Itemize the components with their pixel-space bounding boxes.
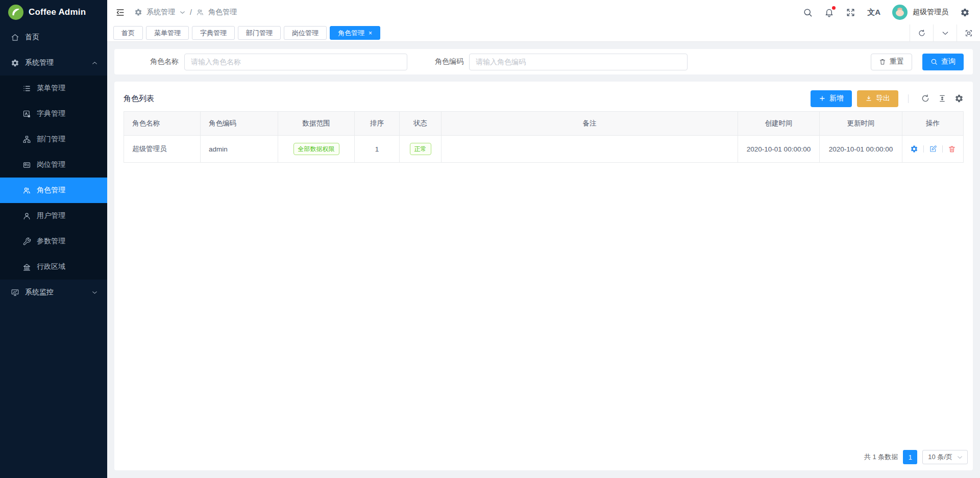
add-button[interactable]: 新增 — [811, 90, 852, 107]
avatar — [892, 5, 908, 20]
sidebar-item-dict-management[interactable]: 字典管理 — [0, 101, 107, 127]
role-table: 角色名称 角色编码 数据范围 排序 状态 备注 创建时间 更新时间 操作 — [124, 111, 964, 163]
col-data-scope: 数据范围 — [278, 112, 355, 136]
dictionary-icon — [22, 110, 31, 118]
column-settings-gear-icon[interactable] — [954, 94, 964, 103]
breadcrumb-section[interactable]: 系统管理 — [146, 8, 175, 17]
tab-tools — [910, 24, 980, 42]
sidebar-item-param-management[interactable]: 参数管理 — [0, 229, 107, 254]
density-icon[interactable] — [938, 94, 947, 103]
translate-icon[interactable]: 文A — [867, 8, 880, 17]
top-header: 系统管理 / 角色管理 文A 超级管理员 — [107, 0, 980, 24]
refresh-icon[interactable] — [921, 94, 930, 103]
col-role-name: 角色名称 — [124, 112, 201, 136]
sidebar-item-menu-management[interactable]: 菜单管理 — [0, 76, 107, 101]
page-size-value: 10 条/页 — [928, 452, 952, 462]
row-permission-gear-icon[interactable] — [910, 145, 918, 153]
notification-badge — [832, 6, 836, 10]
tab-label: 角色管理 — [338, 29, 364, 38]
monitor-icon — [11, 288, 19, 297]
delete-trash-icon[interactable] — [948, 145, 956, 153]
pagination: 共 1 条数据 1 10 条/页 — [864, 450, 968, 464]
reset-button[interactable]: 重置 — [871, 54, 912, 70]
table-header-row: 角色名称 角色编码 数据范围 排序 状态 备注 创建时间 更新时间 操作 — [124, 112, 964, 136]
tab-dict-management[interactable]: 字典管理 — [192, 26, 235, 40]
tab-home[interactable]: 首页 — [113, 26, 143, 40]
edit-icon[interactable] — [929, 145, 937, 153]
sidebar-item-label: 行政区域 — [37, 262, 65, 271]
tab-label: 字典管理 — [200, 29, 227, 38]
tab-dept-management[interactable]: 部门管理 — [238, 26, 281, 40]
notification-bell[interactable] — [824, 8, 834, 17]
cell-updated-at: 2020-10-01 00:00:00 — [820, 136, 902, 163]
wrench-icon — [22, 237, 31, 246]
cell-sort: 1 — [355, 136, 400, 163]
sidebar-item-role-management[interactable]: 角色管理 — [0, 178, 107, 203]
sidebar-item-system-monitor[interactable]: 系统监控 — [0, 280, 107, 305]
menu-fold-icon[interactable] — [115, 8, 125, 17]
search-icon[interactable] — [803, 8, 813, 17]
tab-post-management[interactable]: 岗位管理 — [284, 26, 327, 40]
tab-options-dropdown[interactable] — [933, 24, 957, 42]
role-name-input[interactable] — [184, 54, 407, 70]
table-row: 超级管理员 admin 全部数据权限 1 正常 2020-10-01 00:00… — [124, 136, 964, 163]
tab-label: 部门管理 — [246, 29, 273, 38]
close-icon[interactable]: × — [369, 30, 372, 36]
page-1-button[interactable]: 1 — [903, 450, 917, 464]
cell-remark — [442, 136, 738, 163]
cell-actions — [902, 136, 964, 163]
sidebar-item-home[interactable]: 首页 — [0, 24, 107, 50]
page-content: 角色名称 角色编码 重置 查询 角色列表 — [107, 42, 980, 470]
query-label: 查询 — [941, 57, 955, 66]
sidebar-item-label: 用户管理 — [37, 211, 65, 220]
sidebar-item-user-management[interactable]: 用户管理 — [0, 203, 107, 229]
chevron-down-icon — [957, 454, 963, 461]
card-actions: 新增 导出 — [805, 90, 964, 107]
scope-tag: 全部数据权限 — [293, 143, 339, 155]
page-size-select[interactable]: 10 条/页 — [922, 450, 968, 464]
col-sort: 排序 — [355, 112, 400, 136]
sidebar-item-label: 岗位管理 — [37, 160, 65, 169]
plus-icon — [819, 95, 826, 102]
refresh-icon — [918, 29, 926, 37]
header-actions: 文A 超级管理员 — [803, 5, 970, 20]
sidebar-item-admin-region[interactable]: 行政区域 — [0, 254, 107, 280]
query-button[interactable]: 查询 — [922, 54, 964, 70]
sidebar-item-label: 首页 — [25, 33, 39, 42]
cell-role-name: 超级管理员 — [124, 136, 201, 163]
search-icon — [930, 58, 938, 65]
tab-role-management[interactable]: 角色管理 × — [330, 26, 380, 40]
list-icon — [22, 84, 31, 93]
sidebar-item-system-management[interactable]: 系统管理 — [0, 50, 107, 76]
fullscreen-icon[interactable] — [846, 8, 855, 17]
user-name: 超级管理员 — [913, 8, 948, 17]
total-count: 共 1 条数据 — [864, 452, 898, 462]
sidebar-item-label: 参数管理 — [37, 237, 65, 246]
card-title: 角色列表 — [124, 94, 154, 104]
breadcrumb-separator: / — [190, 8, 192, 16]
bank-icon — [22, 263, 31, 271]
refresh-tab-button[interactable] — [910, 24, 933, 42]
tab-menu-management[interactable]: 菜单管理 — [146, 26, 189, 40]
maximize-content-button[interactable] — [957, 24, 980, 42]
status-badge: 正常 — [410, 143, 431, 155]
sidebar-item-label: 角色管理 — [37, 186, 65, 195]
app-layout: Coffee Admin 首页 系统管理 菜单管理 字典管理 部门管理 岗位管理 — [0, 0, 980, 478]
tab-bar: 首页 菜单管理 字典管理 部门管理 岗位管理 角色管理 × — [107, 24, 980, 42]
action-divider — [923, 145, 924, 153]
settings-gear-icon[interactable] — [960, 8, 970, 17]
col-role-code: 角色编码 — [201, 112, 278, 136]
sidebar: Coffee Admin 首页 系统管理 菜单管理 字典管理 部门管理 岗位管理 — [0, 0, 107, 478]
tab-label: 岗位管理 — [292, 29, 318, 38]
role-code-label: 角色编码 — [411, 57, 463, 66]
sidebar-item-dept-management[interactable]: 部门管理 — [0, 127, 107, 152]
user-menu[interactable]: 超级管理员 — [892, 5, 948, 20]
roles-icon — [22, 186, 31, 195]
main-column: 系统管理 / 角色管理 文A 超级管理员 — [107, 0, 980, 478]
gear-icon — [11, 59, 19, 67]
sidebar-item-post-management[interactable]: 岗位管理 — [0, 152, 107, 178]
add-label: 新增 — [829, 94, 844, 103]
export-button[interactable]: 导出 — [857, 90, 898, 107]
role-code-input[interactable] — [469, 54, 688, 70]
roles-icon — [196, 8, 204, 16]
